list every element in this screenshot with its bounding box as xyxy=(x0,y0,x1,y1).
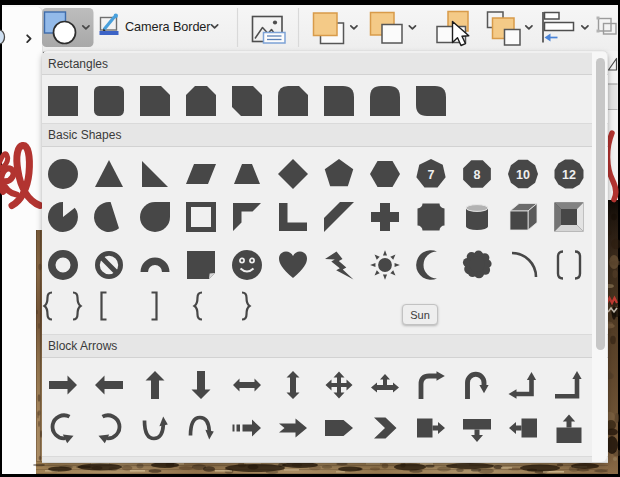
svg-text:12: 12 xyxy=(562,168,576,182)
svg-text:8: 8 xyxy=(474,168,481,182)
svg-text:Camera Border: Camera Border xyxy=(125,20,211,34)
svg-text:10: 10 xyxy=(516,168,530,182)
svg-text:7: 7 xyxy=(428,168,435,182)
